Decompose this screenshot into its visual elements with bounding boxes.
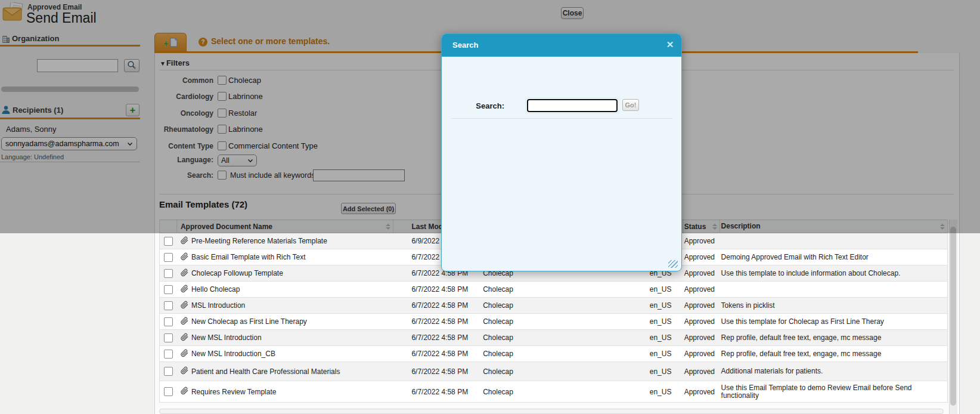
paperclip-icon	[181, 285, 188, 295]
paperclip-icon	[181, 317, 188, 327]
close-icon[interactable]: ✕	[665, 39, 675, 50]
description-cell	[720, 233, 947, 249]
table-horizontal-scrollbar[interactable]	[159, 409, 944, 414]
paperclip-icon	[181, 268, 188, 279]
paperclip-icon	[181, 387, 188, 397]
row-checkbox[interactable]	[164, 253, 173, 262]
status-cell: Approved	[683, 346, 720, 362]
modal-search-input[interactable]	[527, 99, 618, 112]
status-cell: Approved	[683, 298, 720, 313]
template-row: MSL Introduction 6/7/2022 4:58 PM Cholec…	[160, 298, 947, 314]
document-name[interactable]: Patient and Health Care Professional Mat…	[191, 367, 340, 376]
template-row: New MSL Introduction_CB 6/7/2022 4:58 PM…	[160, 346, 947, 362]
status-cell: Approved	[683, 282, 720, 297]
row-checkbox[interactable]	[164, 387, 173, 396]
document-name[interactable]: Requires Review Template	[191, 388, 277, 396]
language-cell: en_US	[649, 362, 683, 381]
document-name[interactable]: Basic Email Template with Rich Text	[191, 253, 306, 261]
paperclip-icon	[181, 333, 188, 343]
language-cell: en_US	[649, 282, 683, 297]
last-modified-cell: 6/7/2022 4:58 PM	[393, 330, 482, 345]
template-row: Requires Review Template 6/7/2022 4:58 P…	[160, 381, 947, 403]
product-cell: Cholecap	[482, 282, 649, 297]
language-cell: en_US	[649, 346, 683, 362]
status-cell: Approved	[683, 249, 720, 265]
document-name[interactable]: Cholecap Followup Template	[191, 269, 283, 277]
status-cell: Approved	[683, 330, 720, 345]
row-checkbox[interactable]	[164, 285, 173, 294]
last-modified-cell: 6/7/2022 4:58 PM	[393, 298, 482, 313]
document-name[interactable]: MSL Introduction	[191, 301, 245, 310]
last-modified-cell: 6/7/2022 4:58 PM	[393, 362, 482, 381]
go-button[interactable]: Go!	[622, 99, 639, 111]
last-modified-cell: 6/7/2022 4:58 PM	[393, 381, 482, 402]
search-dialog-header[interactable]: Search ✕	[442, 34, 681, 57]
document-name[interactable]: New MSL Introduction	[191, 333, 262, 342]
template-row: New Cholecap as First Line Therapy 6/7/2…	[160, 314, 947, 330]
row-checkbox[interactable]	[164, 237, 173, 246]
row-checkbox[interactable]	[164, 269, 173, 278]
product-cell: Cholecap	[482, 346, 649, 362]
search-dialog: Search ✕ Search: Go!	[441, 33, 682, 271]
paperclip-icon	[181, 301, 188, 311]
row-checkbox[interactable]	[164, 301, 173, 310]
search-dialog-title: Search	[452, 41, 478, 50]
document-name[interactable]: New MSL Introduction_CB	[191, 350, 275, 358]
description-cell: Tokens in picklist	[720, 298, 947, 313]
status-cell: Approved	[683, 381, 720, 402]
status-cell: Approved	[683, 314, 720, 329]
description-cell: Use this template for Cholecap as First …	[720, 314, 947, 329]
template-row: New MSL Introduction 6/7/2022 4:58 PM Ch…	[160, 330, 947, 346]
row-checkbox[interactable]	[164, 350, 173, 359]
document-name[interactable]: Pre-Meeting Reference Materials Template	[191, 237, 327, 245]
description-cell: Use this template to include information…	[720, 265, 947, 281]
last-modified-cell: 6/7/2022 4:58 PM	[393, 346, 482, 362]
description-cell: Demoing Approved Email with Rich Text Ed…	[720, 249, 947, 265]
language-cell: en_US	[649, 381, 683, 402]
description-cell: Rep profile, default free text, engage, …	[720, 330, 947, 345]
paperclip-icon	[181, 236, 188, 246]
product-cell: Cholecap	[482, 330, 649, 345]
paperclip-icon	[181, 349, 188, 359]
description-cell: Use this Email Template to demo Review E…	[720, 381, 947, 402]
modal-search-label: Search:	[442, 101, 504, 110]
product-cell: Cholecap	[482, 314, 649, 329]
last-modified-cell: 6/7/2022 4:58 PM	[393, 282, 482, 297]
modal-separator	[451, 118, 673, 119]
language-cell: en_US	[649, 330, 683, 345]
product-cell: Cholecap	[482, 298, 649, 313]
last-modified-cell: 6/7/2022 4:58 PM	[393, 314, 482, 329]
status-cell: Approved	[683, 265, 720, 281]
table-vertical-scrollbar-thumb[interactable]	[950, 227, 956, 406]
status-cell: Approved	[683, 362, 720, 381]
language-cell: en_US	[649, 314, 683, 329]
language-cell: en_US	[649, 298, 683, 313]
resize-grip-icon[interactable]	[668, 260, 678, 268]
product-cell: Cholecap	[482, 362, 649, 381]
product-cell: Cholecap	[482, 381, 649, 402]
paperclip-icon	[181, 252, 188, 262]
paperclip-icon	[181, 366, 188, 376]
description-cell	[720, 282, 947, 297]
document-name[interactable]: New Cholecap as First Line Therapy	[191, 317, 307, 326]
row-checkbox[interactable]	[164, 333, 173, 342]
description-cell: Rep profile, default free text, engage, …	[720, 346, 947, 362]
document-name[interactable]: Hello Cholecap	[191, 285, 240, 293]
row-checkbox[interactable]	[164, 317, 173, 326]
template-row: Hello Cholecap 6/7/2022 4:58 PM Cholecap…	[160, 282, 947, 298]
description-cell: Additional materials for patients.	[720, 362, 947, 381]
template-row: Patient and Health Care Professional Mat…	[160, 362, 947, 381]
row-checkbox[interactable]	[164, 367, 173, 376]
status-cell: Approved	[683, 233, 720, 249]
